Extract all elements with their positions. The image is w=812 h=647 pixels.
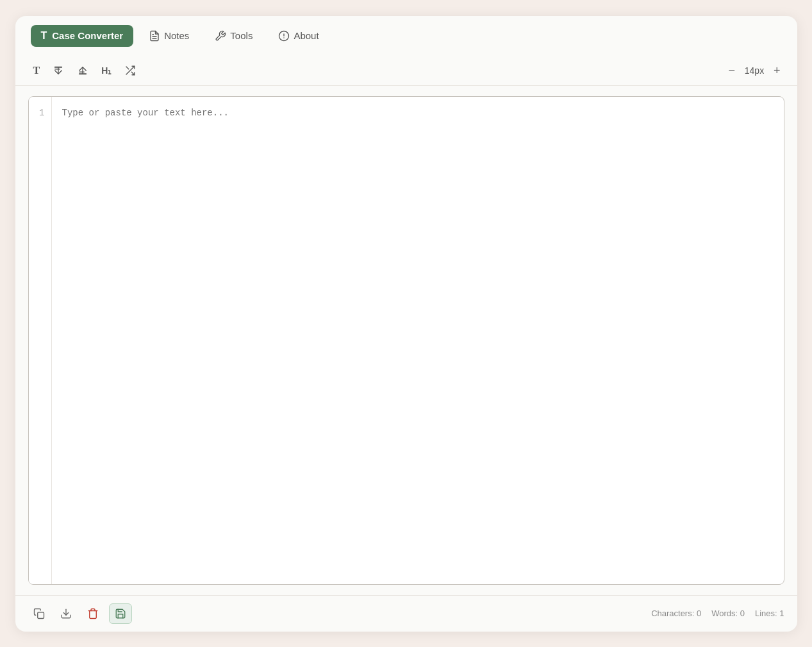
download-icon — [60, 608, 72, 619]
nav-about-button[interactable]: About — [268, 25, 329, 47]
editor-wrapper: 1 — [15, 86, 797, 595]
app-container: T Case Converter Notes Tools — [15, 16, 797, 632]
line-numbers: 1 — [29, 97, 52, 584]
logo-label: Case Converter — [52, 30, 123, 41]
save-button[interactable] — [109, 603, 132, 624]
font-size-control: − 14px + — [724, 62, 784, 79]
line-number-1: 1 — [35, 106, 45, 120]
sort-down-icon — [53, 65, 64, 76]
download-button[interactable] — [55, 604, 77, 623]
font-size-increase-button[interactable]: + — [770, 62, 784, 79]
svg-line-12 — [132, 72, 135, 75]
characters-stat: Characters: 0 — [651, 609, 701, 618]
text-format-button[interactable]: T — [28, 61, 46, 80]
info-icon — [278, 30, 290, 42]
font-size-decrease-button[interactable]: − — [724, 62, 739, 79]
nav-tools-button[interactable]: Tools — [204, 25, 263, 47]
t-icon: T — [41, 30, 47, 42]
sort-down-button[interactable] — [47, 61, 69, 80]
font-size-label: 14px — [743, 65, 766, 76]
sort-up-button[interactable] — [72, 61, 94, 80]
nav-notes-label: Notes — [164, 30, 189, 41]
lines-stat: Lines: 1 — [755, 609, 784, 618]
words-stat: Words: 0 — [711, 609, 745, 618]
text-format-icon: T — [33, 65, 40, 76]
notes-icon — [149, 30, 160, 42]
logo-button[interactable]: T Case Converter — [31, 25, 134, 47]
svg-rect-14 — [37, 612, 44, 618]
sort-up-icon — [77, 65, 88, 76]
save-icon — [115, 608, 126, 619]
shuffle-button[interactable] — [119, 61, 141, 80]
nav-tools-label: Tools — [230, 30, 253, 41]
editor-textarea[interactable] — [52, 97, 784, 584]
copy-icon — [33, 608, 45, 619]
shuffle-icon — [124, 65, 136, 76]
editor-outer: 1 — [28, 96, 784, 585]
copy-button[interactable] — [28, 604, 50, 623]
nav-about-label: About — [294, 30, 319, 41]
toolbar: T H₁ — [15, 56, 797, 86]
trash-icon — [87, 608, 99, 619]
tools-icon — [215, 30, 226, 42]
stats: Characters: 0 Words: 0 Lines: 1 — [651, 609, 784, 618]
bottom-bar: Characters: 0 Words: 0 Lines: 1 — [15, 595, 797, 632]
heading-button[interactable]: H₁ — [96, 62, 117, 80]
heading-icon: H₁ — [101, 65, 112, 76]
delete-button[interactable] — [82, 604, 104, 623]
nav-notes-button[interactable]: Notes — [138, 25, 199, 47]
nav-bar: T Case Converter Notes Tools — [15, 16, 797, 56]
svg-line-13 — [126, 67, 129, 69]
